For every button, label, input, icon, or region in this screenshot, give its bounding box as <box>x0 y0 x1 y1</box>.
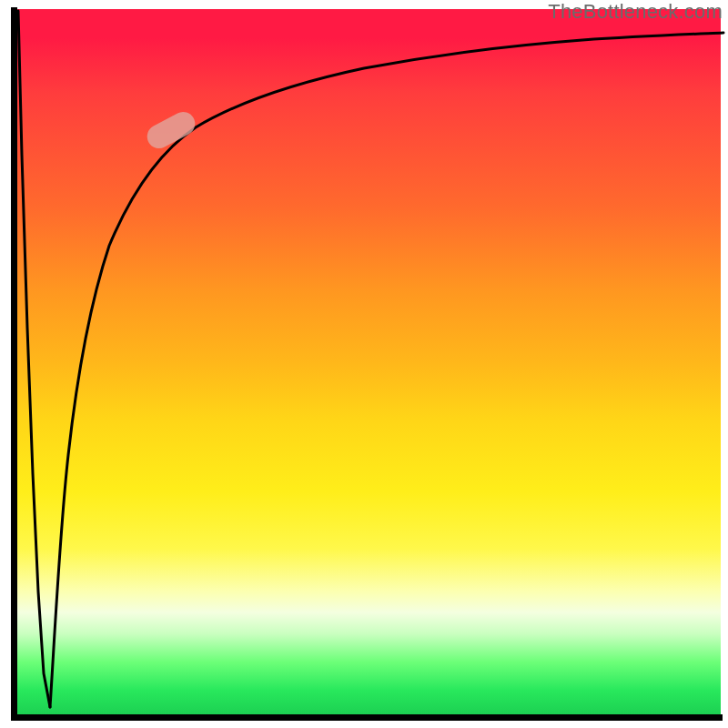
bottleneck-chart: TheBottleneck.com <box>0 0 728 728</box>
plot-gradient-background <box>11 9 721 719</box>
x-axis <box>11 714 723 721</box>
y-axis <box>11 7 17 721</box>
watermark-text: TheBottleneck.com <box>548 0 723 24</box>
